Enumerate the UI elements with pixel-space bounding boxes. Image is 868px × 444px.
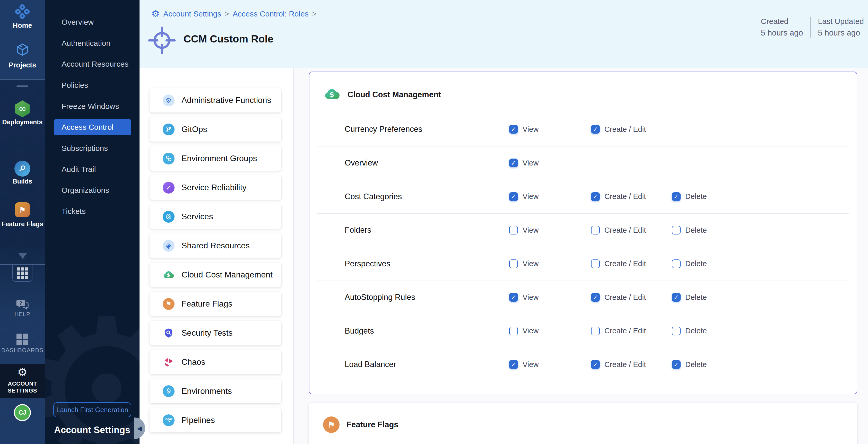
breadcrumb-separator: > — [225, 10, 229, 18]
checkbox-checked[interactable] — [672, 360, 681, 369]
module-label: Services — [182, 212, 213, 221]
harness-logo-icon[interactable] — [14, 4, 30, 20]
module-grid-button[interactable] — [12, 265, 32, 282]
chaos-icon — [163, 356, 175, 368]
checkbox-checked[interactable] — [591, 125, 600, 134]
checkbox-checked[interactable] — [509, 159, 518, 167]
sidebar-item-subscriptions[interactable]: Subscriptions — [45, 138, 140, 159]
module-card-environments[interactable]: Environments — [150, 379, 281, 403]
module-card-service-reliability[interactable]: ✓Service Reliability — [150, 175, 281, 200]
launch-first-generation-button[interactable]: Launch First Generation — [53, 402, 131, 417]
permission-cell-view: View — [509, 327, 538, 336]
svg-text:$: $ — [330, 91, 334, 98]
rail-item-projects[interactable]: Projects — [0, 61, 45, 69]
checkbox-unchecked[interactable] — [509, 327, 518, 336]
rail-item-dashboards[interactable]: DASHBOARDS — [0, 347, 45, 354]
panel-title: Cloud Cost Management — [347, 90, 441, 99]
rail-item-help[interactable]: HELP — [0, 311, 45, 318]
permissions-area: $ Cloud Cost Management Currency Prefere… — [294, 68, 868, 444]
administrative-functions-icon: ⚙ — [163, 94, 175, 106]
sidebar-item-freeze-windows[interactable]: Freeze Windows — [45, 96, 140, 117]
meta-block: Created 5 hours ago Last Updated 5 hours… — [761, 17, 864, 38]
sidebar-item-tickets[interactable]: Tickets — [45, 201, 140, 222]
permission-row-folders: FoldersViewCreate / EditDelete — [317, 213, 849, 247]
environments-icon — [163, 385, 175, 397]
rail-item-feature-flags[interactable]: Feature Flags — [0, 220, 45, 228]
rail-item-builds[interactable]: Builds — [0, 178, 45, 185]
breadcrumb-access-control-roles[interactable]: Access Control: Roles — [233, 9, 309, 18]
sidebar-item-access-control[interactable]: Access Control — [54, 119, 131, 135]
sidebar-item-account-resources[interactable]: Account Resources — [45, 54, 140, 75]
module-label: Environments — [182, 386, 232, 396]
sidebar-item-audit-trail[interactable]: Audit Trail — [45, 159, 140, 180]
permission-cell-create-edit: Create / Edit — [591, 259, 646, 268]
module-card-services[interactable]: Services — [150, 204, 281, 229]
module-card-shared-resources[interactable]: ◈Shared Resources — [150, 233, 281, 258]
help-icon[interactable]: ? — [16, 298, 29, 310]
avatar[interactable]: CJ — [14, 404, 31, 421]
permission-row-autostopping-rules: AutoStopping RulesViewCreate / EditDelet… — [317, 281, 849, 314]
permission-cell-create-edit: Create / Edit — [591, 293, 646, 302]
checkbox-unchecked[interactable] — [591, 327, 600, 336]
module-card-cloud-cost-management[interactable]: $Cloud Cost Management — [150, 262, 281, 287]
checkbox-checked[interactable] — [509, 293, 518, 302]
checkbox-checked[interactable] — [509, 192, 518, 201]
permission-row-budgets: BudgetsViewCreate / EditDelete — [317, 314, 849, 348]
gear-watermark-icon: ⚙ — [45, 292, 140, 444]
feature-flags-icon: ⚑ — [163, 298, 175, 310]
checkbox-checked[interactable] — [672, 293, 681, 302]
builds-icon[interactable] — [14, 161, 30, 177]
checkbox-unchecked[interactable] — [591, 259, 600, 268]
last-updated-label: Last Updated — [818, 17, 864, 26]
sidebar-item-policies[interactable]: Policies — [45, 75, 140, 96]
projects-cube-icon[interactable] — [15, 42, 30, 57]
panel-header: $ Cloud Cost Management — [323, 88, 441, 101]
deployments-icon[interactable]: ∞ — [14, 100, 30, 117]
checkbox-checked[interactable] — [509, 360, 518, 369]
checkbox-unchecked[interactable] — [672, 226, 681, 234]
checkbox-checked[interactable] — [509, 125, 518, 134]
app-window: Home Projects ∞ Deployments Builds ⚑ Fea… — [0, 0, 868, 444]
module-card-chaos[interactable]: Chaos — [150, 350, 281, 374]
sidebar-item-organizations[interactable]: Organizations — [45, 180, 140, 201]
module-label: GitOps — [182, 125, 207, 134]
gitops-icon — [163, 124, 175, 135]
checkbox-checked[interactable] — [591, 360, 600, 369]
module-card-administrative-functions[interactable]: ⚙Administrative Functions — [150, 88, 281, 113]
module-card-gitops[interactable]: GitOps — [150, 117, 281, 141]
breadcrumb-account-settings[interactable]: Account Settings — [163, 9, 221, 18]
feature-flags-rail-icon[interactable]: ⚑ — [15, 202, 30, 217]
module-card-feature-flags[interactable]: ⚑Feature Flags — [150, 292, 281, 316]
svg-text:?: ? — [19, 300, 22, 306]
checkbox-unchecked[interactable] — [509, 259, 518, 268]
chevron-down-icon[interactable] — [19, 253, 27, 259]
dashboards-icon[interactable] — [17, 334, 28, 345]
page-header: ⚙ Account Settings > Access Control: Rol… — [140, 0, 868, 68]
settings-gear-icon: ⚙ — [151, 9, 160, 19]
checkbox-unchecked[interactable] — [591, 226, 600, 234]
checkbox-unchecked[interactable] — [509, 226, 518, 234]
permission-row-overview: OverviewView — [317, 146, 849, 180]
gear-icon[interactable]: ⚙ — [0, 366, 45, 379]
module-card-security-tests[interactable]: Security Tests — [150, 321, 281, 345]
rail-item-home[interactable]: Home — [0, 22, 45, 30]
checkbox-unchecked[interactable] — [672, 259, 681, 268]
checkbox-checked[interactable] — [672, 192, 681, 201]
permission-name: Folders — [345, 225, 371, 235]
cloud-cost-management-icon: $ — [163, 269, 175, 281]
sidebar-item-authentication[interactable]: Authentication — [45, 33, 140, 54]
sidebar-footer-title: Account Settings — [54, 425, 130, 436]
permission-label: Delete — [685, 192, 707, 201]
created-block: Created 5 hours ago — [761, 17, 803, 38]
app-rail: Home Projects ∞ Deployments Builds ⚑ Fea… — [0, 0, 45, 444]
sidebar-item-overview[interactable]: Overview — [45, 11, 140, 33]
checkbox-checked[interactable] — [591, 192, 600, 201]
module-card-environment-groups[interactable]: Environment Groups — [150, 146, 281, 171]
meta-divider — [810, 17, 811, 38]
rail-item-deployments[interactable]: Deployments — [0, 118, 45, 126]
permission-label: View — [523, 125, 538, 134]
checkbox-checked[interactable] — [591, 293, 600, 302]
rail-item-account-settings[interactable]: ACCOUNT SETTINGS — [0, 380, 45, 394]
module-card-pipelines[interactable]: Pipelines — [150, 408, 281, 433]
checkbox-unchecked[interactable] — [672, 327, 681, 336]
